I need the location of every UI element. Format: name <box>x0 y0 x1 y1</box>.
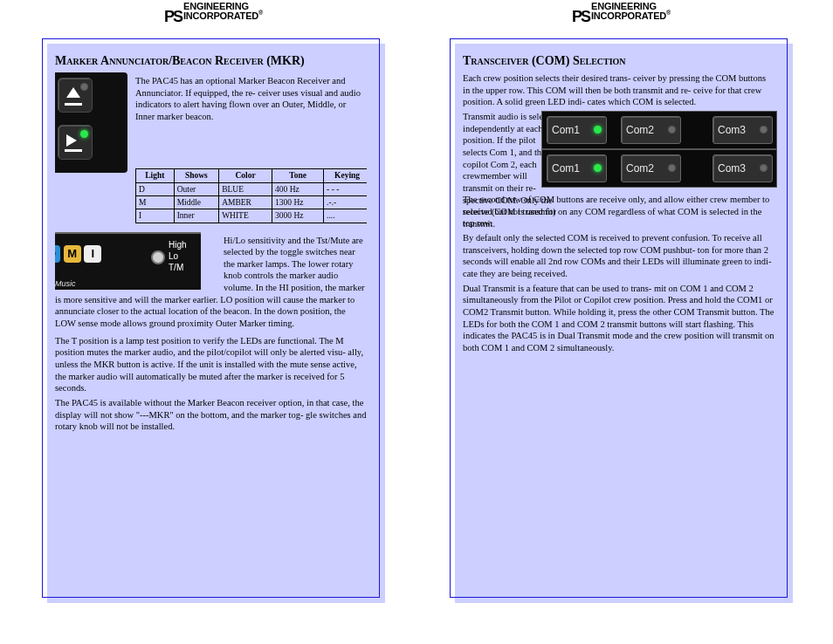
marker-table: LightShowsColorToneKeying DOuterBLUE400 … <box>135 168 367 223</box>
com3-tx-led <box>760 126 768 134</box>
com-p1: Each crew position selects their desired… <box>463 72 774 108</box>
com1-rx-button[interactable]: Com1 <box>547 154 607 182</box>
no-marker-paragraph: The PAC45 is available without the Marke… <box>55 397 367 433</box>
cd-buttons-photo <box>55 72 132 168</box>
com3-rx-button[interactable]: Com3 <box>713 154 773 182</box>
play-led <box>80 130 88 138</box>
com2-tx-button[interactable]: Com2 <box>621 116 681 144</box>
page-left: Marker Annunciator/Beacon Receiver (MKR)… <box>42 38 380 598</box>
outer-lamp: O <box>55 245 60 263</box>
com-title: Transceiver (COM) Selection <box>463 53 774 69</box>
middle-lamp: M <box>64 245 81 263</box>
marker-title: Marker Annunciator/Beacon Receiver (MKR) <box>55 53 367 69</box>
eject-led <box>80 83 88 91</box>
com3-tx-button[interactable]: Com3 <box>713 116 773 144</box>
play-button[interactable] <box>58 125 93 160</box>
table-row: IInnerWHITE3000 Hz.... <box>136 209 368 223</box>
com-row-rx: Com1 Com2 Com3 <box>541 149 777 188</box>
com3-rx-led <box>760 164 768 172</box>
inner-lamp: I <box>84 245 101 263</box>
table-row: DOuterBLUE400 Hz- - - <box>136 182 368 195</box>
brand-logo-left: PSENGINEERINGINCORPORATED® <box>164 2 263 26</box>
com2-rx-button[interactable]: Com2 <box>621 154 681 182</box>
test-mute-paragraph: The T position is a lamp test position t… <box>55 335 367 394</box>
com1-tx-button[interactable]: Com1 <box>547 116 607 144</box>
brand-logo-right: PSENGINEERINGINCORPORATED® <box>572 2 671 26</box>
omi-panel-photo: O M I HighLoT/M Music <box>55 232 201 290</box>
com-p4: By default only the selected COM is rece… <box>463 232 774 280</box>
com1-rx-led <box>594 164 602 172</box>
com2-tx-led <box>668 126 676 134</box>
play-icon <box>66 134 77 147</box>
table-row: MMiddleAMBER1300 Hz.-.- <box>136 195 368 209</box>
com-p5: Dual Transmit is a feature that can be u… <box>463 283 774 354</box>
com2-rx-led <box>668 164 676 172</box>
com1-tx-led <box>594 126 602 134</box>
eject-button[interactable] <box>58 78 93 113</box>
com-row-tx: Com1 Com2 Com3 <box>541 111 777 149</box>
hi-lo-toggle[interactable] <box>151 250 165 264</box>
page-right: Transceiver (COM) Selection Each crew po… <box>450 38 788 598</box>
eject-icon <box>66 87 80 98</box>
marker-intro: The PAC45 has an optional Marker Beacon … <box>135 75 367 123</box>
